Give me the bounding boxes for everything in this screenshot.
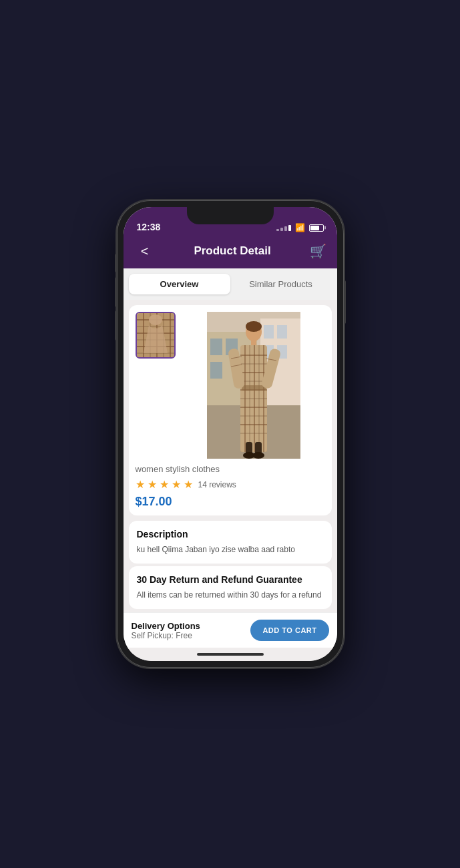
star-3: ★: [160, 478, 169, 491]
description-text: ku hell Qiima Jaban iyo zise walba aad r…: [137, 544, 324, 556]
svg-rect-45: [242, 385, 266, 391]
guarantee-title: 30 Day Return and Refund Guarantee: [137, 574, 324, 585]
battery-icon: [309, 224, 324, 232]
page-title: Product Detail: [194, 244, 270, 258]
product-thumbnail[interactable]: [136, 312, 176, 359]
app-header: < Product Detail 🛒: [124, 236, 337, 268]
cart-icon[interactable]: 🛒: [310, 243, 326, 259]
guarantee-card: 30 Day Return and Refund Guarantee All i…: [129, 566, 332, 609]
tab-similar-products[interactable]: Similar Products: [230, 274, 332, 294]
svg-rect-23: [210, 362, 222, 379]
add-to-cart-button[interactable]: ADD TO CART: [250, 620, 328, 641]
description-card: Description ku hell Qiima Jaban iyo zise…: [129, 521, 332, 564]
review-count: 14 reviews: [198, 480, 236, 489]
product-title: women stylish clothes: [136, 464, 325, 474]
notch: [187, 207, 274, 224]
power-button: [344, 280, 346, 324]
star-2: ★: [148, 478, 157, 491]
volume-up-button: [115, 277, 117, 307]
status-time: 12:38: [137, 222, 161, 232]
tabs-bar: Overview Similar Products: [124, 268, 337, 300]
svg-rect-16: [264, 325, 274, 339]
star-4: ★: [172, 478, 181, 491]
svg-rect-27: [251, 340, 256, 345]
mute-button: [115, 254, 117, 272]
delivery-pickup: Self Pickup: Free: [132, 631, 251, 640]
product-price: $17.00: [136, 495, 325, 509]
delivery-info: Delivery Options Self Pickup: Free: [132, 621, 251, 640]
signal-icon: [276, 225, 291, 231]
home-indicator: [124, 648, 337, 661]
svg-point-26: [246, 321, 262, 332]
product-main-image: [182, 312, 325, 459]
phone-screen: 12:38 📶 < Product Detail 🛒: [124, 207, 337, 661]
back-button[interactable]: <: [134, 244, 156, 259]
status-icons: 📶: [276, 223, 324, 232]
wifi-icon: 📶: [295, 223, 305, 232]
tab-overview[interactable]: Overview: [129, 274, 230, 294]
svg-point-12: [149, 314, 162, 325]
svg-point-54: [252, 452, 264, 459]
bottom-bar: Delivery Options Self Pickup: Free ADD T…: [124, 612, 337, 648]
svg-rect-17: [277, 325, 287, 339]
star-1: ★: [136, 478, 145, 491]
stars-row: ★ ★ ★ ★ ★ 14 reviews: [136, 478, 325, 491]
delivery-title: Delivery Options: [132, 621, 251, 631]
description-title: Description: [137, 529, 324, 539]
scroll-content[interactable]: women stylish clothes ★ ★ ★ ★ ★ 14 revie…: [124, 300, 337, 612]
home-bar: [197, 653, 264, 656]
star-5: ★: [184, 478, 193, 491]
phone-frame: 12:38 📶 < Product Detail 🛒: [117, 200, 344, 668]
product-card: women stylish clothes ★ ★ ★ ★ ★ 14 revie…: [129, 305, 332, 515]
volume-down-button: [115, 310, 117, 341]
product-images-row: [136, 312, 325, 459]
guarantee-text: All items can be returned within 30 days…: [137, 589, 324, 601]
svg-rect-21: [210, 339, 222, 355]
